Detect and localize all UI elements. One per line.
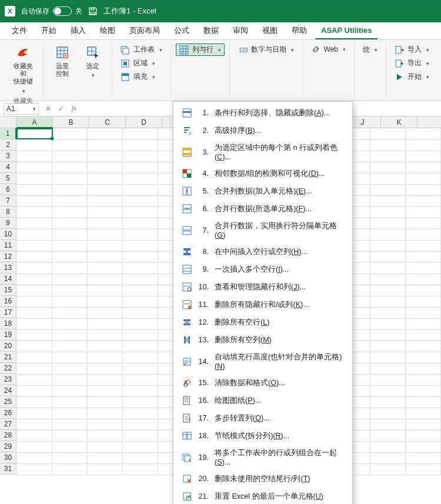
cell[interactable] — [87, 341, 122, 352]
cell[interactable] — [405, 296, 440, 307]
cell[interactable] — [16, 318, 52, 329]
cell[interactable] — [52, 318, 87, 329]
cell[interactable] — [122, 329, 158, 341]
select-button[interactable]: 选定 ▾ — [79, 44, 107, 79]
partial-button[interactable]: 统▾ — [359, 44, 381, 56]
menu-item-11[interactable]: 11.删除所有隐藏行和/或列(K)... — [173, 296, 352, 313]
cell[interactable] — [16, 173, 52, 184]
column-header[interactable] — [417, 116, 441, 128]
cell[interactable] — [370, 329, 405, 341]
cell[interactable] — [52, 128, 87, 139]
cell[interactable] — [87, 318, 122, 329]
autosave-toggle[interactable]: 自动保存 关 — [21, 6, 82, 16]
cell[interactable] — [370, 452, 405, 463]
cell[interactable] — [405, 218, 440, 229]
web-button[interactable]: Web▾ — [308, 44, 349, 55]
cell[interactable] — [16, 285, 52, 296]
cell[interactable] — [87, 195, 122, 206]
row-header[interactable]: 7 — [0, 195, 16, 206]
row-header[interactable]: 24 — [0, 385, 16, 396]
cell[interactable] — [370, 162, 405, 173]
cell[interactable] — [370, 184, 405, 195]
cell[interactable] — [52, 452, 87, 463]
menu-item-15[interactable]: A15.清除数据和格式(O)... — [173, 374, 352, 392]
cell[interactable] — [405, 162, 440, 173]
cell[interactable] — [16, 218, 52, 229]
cell[interactable] — [122, 296, 158, 307]
cell[interactable] — [52, 206, 87, 218]
import-button[interactable]: 导入▾ — [391, 44, 433, 56]
cell[interactable] — [122, 162, 158, 173]
start-button[interactable]: 开始▾ — [391, 71, 433, 83]
tab-开始[interactable]: 开始 — [35, 22, 62, 39]
cell[interactable] — [122, 385, 158, 396]
cell[interactable] — [16, 341, 52, 352]
cell[interactable] — [16, 441, 52, 452]
cell[interactable] — [87, 162, 122, 173]
cell[interactable] — [405, 307, 440, 318]
cell[interactable] — [87, 329, 122, 341]
cell[interactable] — [16, 352, 52, 363]
menu-item-18[interactable]: 18.节纸模式(拆分列)(R)... — [173, 427, 352, 445]
cell[interactable] — [16, 329, 52, 341]
cell[interactable] — [370, 385, 405, 396]
cell[interactable] — [52, 307, 87, 318]
cell[interactable] — [52, 441, 87, 452]
cell[interactable] — [370, 318, 405, 329]
row-header[interactable]: 11 — [0, 240, 16, 251]
row-header[interactable]: 31 — [0, 463, 16, 475]
cell[interactable] — [405, 318, 440, 329]
cell[interactable] — [87, 296, 122, 307]
cell[interactable] — [52, 296, 87, 307]
cell[interactable] — [52, 374, 87, 385]
column-header[interactable]: C — [89, 116, 126, 128]
cell[interactable] — [87, 307, 122, 318]
cell[interactable] — [405, 396, 440, 408]
row-header[interactable]: 27 — [0, 419, 16, 430]
cell[interactable] — [52, 251, 87, 262]
menu-item-1[interactable]: 1.条件行和列选择、隐藏或删除(A)... — [173, 104, 352, 122]
cell[interactable] — [87, 173, 122, 184]
cell[interactable] — [52, 151, 87, 162]
menu-item-19[interactable]: 19.将多个工作表中的行或列组合在一起(S)... — [173, 445, 352, 470]
cell[interactable] — [122, 173, 158, 184]
cell[interactable] — [405, 329, 440, 341]
menu-item-10[interactable]: 10.查看和管理隐藏行和列(J)... — [173, 278, 352, 296]
row-header[interactable]: 9 — [0, 218, 16, 229]
vision-control-button[interactable]: 远景 控制 — [48, 44, 76, 79]
row-header[interactable]: 20 — [0, 341, 16, 352]
cell[interactable] — [52, 396, 87, 408]
cell[interactable] — [370, 341, 405, 352]
cell[interactable] — [370, 307, 405, 318]
cell[interactable] — [52, 229, 87, 240]
cell[interactable] — [122, 240, 158, 251]
cell[interactable] — [370, 363, 405, 374]
tab-文件[interactable]: 文件 — [6, 22, 33, 39]
tab-帮助[interactable]: 帮助 — [286, 22, 313, 39]
chevron-down-icon[interactable]: ▾ — [33, 106, 36, 112]
cell[interactable] — [16, 151, 52, 162]
menu-item-2[interactable]: 2.高级排序(B)... — [173, 122, 352, 139]
menu-item-12[interactable]: 12.删除所有空行(L) — [173, 313, 352, 331]
cell[interactable] — [405, 419, 440, 430]
cell[interactable] — [52, 262, 87, 273]
cell[interactable] — [52, 162, 87, 173]
cell[interactable] — [122, 307, 158, 318]
cell[interactable] — [405, 452, 440, 463]
cell[interactable] — [16, 463, 52, 475]
cell[interactable] — [405, 430, 440, 441]
row-header[interactable]: 8 — [0, 206, 16, 218]
cell[interactable] — [52, 329, 87, 341]
cell[interactable] — [16, 430, 52, 441]
toggle-switch[interactable] — [53, 6, 72, 16]
cell[interactable] — [87, 240, 122, 251]
favorites-button[interactable]: 收藏夹和 快捷键 ▾ — [8, 44, 38, 95]
cell[interactable] — [52, 352, 87, 363]
tab-视图[interactable]: 视图 — [256, 22, 283, 39]
cell[interactable] — [122, 229, 158, 240]
row-header[interactable]: 17 — [0, 307, 16, 318]
cell[interactable] — [405, 285, 440, 296]
menu-item-21[interactable]: 21.重置 Excel 的最后一个单元格(U) — [173, 488, 352, 504]
cell[interactable] — [405, 385, 440, 396]
fx-icon[interactable]: fx — [69, 104, 79, 113]
